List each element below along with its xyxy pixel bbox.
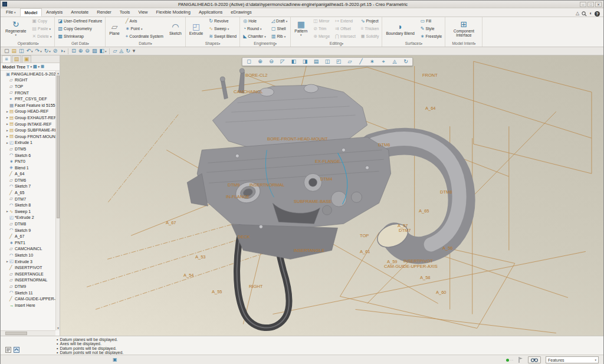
view-manager-button[interactable]: ▤	[311, 58, 321, 65]
scrollbar-thumb[interactable]	[57, 76, 60, 218]
tree-item-extrude-3[interactable]: ▸◰Extrude 3	[1, 258, 55, 265]
tree-filter-icon[interactable]: T	[27, 65, 29, 69]
regenerate-button[interactable]: ↻Regenerate▾	[4, 19, 28, 38]
options-icon[interactable]: ◐	[589, 11, 592, 17]
tree-item-blend-1[interactable]: ◈Blend 1	[1, 165, 55, 171]
csys-display-button[interactable]: ⌖	[378, 58, 389, 65]
help-icon[interactable]: ?	[595, 11, 600, 17]
tree-item-camchaincl[interactable]: ▱CAMCHAINCL	[1, 246, 55, 252]
datum-label-top[interactable]: TOP	[360, 233, 369, 238]
axis-display-button[interactable]: ╱	[356, 58, 366, 65]
spin-center-button[interactable]: ↻	[124, 48, 132, 54]
zoom-region-button[interactable]: ◻	[244, 58, 254, 65]
point-display-button[interactable]: ∗	[367, 58, 378, 65]
component-interface-button[interactable]: ⊞Component Interface	[447, 19, 480, 38]
tree-item-prt-csys-def[interactable]: ⌖PRT_CSYS_DEF	[1, 96, 55, 102]
extend-button[interactable]: ↦Extend	[334, 18, 357, 25]
refit-button[interactable]: ⊡	[70, 48, 77, 54]
scroll-down-icon[interactable]: ▼	[56, 326, 60, 330]
datum-label-ex-flange[interactable]: EX-FLANGE	[315, 159, 340, 164]
tree-item-group-intake-ref[interactable]: ▸▤Group INTAKE-REF	[1, 121, 55, 127]
saved-orientations-button[interactable]: ◫	[322, 58, 333, 65]
coordinate-system-button[interactable]: ⌖Coordinate System	[124, 33, 165, 40]
extrude-button[interactable]: ◰Extrude	[188, 22, 205, 36]
datum-label-a-60[interactable]: A_60	[436, 290, 447, 295]
undo-button[interactable]: ↶▾	[25, 48, 34, 54]
tree-item-a-67[interactable]: ╱A_67	[1, 233, 55, 240]
section-button[interactable]: ◨	[300, 58, 310, 65]
datum-label-insertangle[interactable]: INSERTANGLE	[294, 248, 324, 253]
message-expand-icon[interactable]	[14, 347, 19, 353]
command-search-icon[interactable]	[582, 11, 587, 17]
copy-geometry-button[interactable]: ▧Copy Geometry	[57, 25, 103, 32]
annotation-display-button[interactable]: ◬	[389, 58, 400, 65]
offset-button[interactable]: ⇉Offset	[334, 25, 357, 32]
save-button[interactable]: ◫	[18, 48, 25, 54]
tab-file[interactable]: File▾	[2, 8, 20, 17]
tab-flexible-modeling[interactable]: Flexible Modeling	[152, 8, 195, 17]
tree-item-sketch-9[interactable]: ◠Sketch 9	[1, 227, 55, 234]
tab-annotate[interactable]: Annotate	[67, 8, 93, 17]
scrollbar-thumb[interactable]	[5, 332, 27, 335]
datum-label-front[interactable]: FRONT	[422, 73, 438, 78]
group-label-model-intent[interactable]: Model Intent▾	[447, 40, 480, 47]
expander-icon[interactable]: ▸	[5, 122, 9, 126]
expander-icon[interactable]: ▸	[5, 209, 9, 213]
tree-item-dtm8[interactable]: ▱DTM8	[1, 221, 55, 227]
datum-label-a-55[interactable]: A_55	[212, 289, 222, 294]
tab-edrawings[interactable]: eDrawings	[226, 8, 255, 17]
group-label-surfaces[interactable]: Surfaces▾	[384, 40, 443, 47]
tab-view[interactable]: View	[134, 8, 152, 17]
selection-filter-select[interactable]: Features ▾	[546, 356, 599, 363]
measure-button[interactable]: ⊘	[52, 48, 59, 54]
zoom-out-button[interactable]: ⊖	[266, 58, 277, 65]
tree-item-front[interactable]: ▱FRONT	[1, 90, 55, 96]
tree-item-sketch-6[interactable]: ◠Sketch 6	[1, 152, 55, 159]
graphics-viewport[interactable]: ◻⊕⊖◸◧◨▤◫◰▱╱∗⌖◬↻ BORE-CL2FRONTCAMCHAINCLA…	[60, 55, 603, 336]
tab-render[interactable]: Render	[93, 8, 116, 17]
find-tool-button[interactable]	[528, 356, 541, 363]
tree-item-group-subframe-ref[interactable]: ▸▤Group SUBFRAME-REF	[1, 127, 55, 133]
tree-item-facet-feature-id-5155[interactable]: ▦Facet Feature id 5155	[1, 102, 55, 109]
tree-settings-icon[interactable]: ▤	[33, 64, 37, 69]
minimize-ribbon-icon[interactable]: △	[576, 11, 579, 17]
tree-item-insertangle[interactable]: ▱INSERTANGLE	[1, 271, 55, 277]
datum-label-cam-guide-upper-axis[interactable]: CAM-GUIDE-UPPER-AXIS	[384, 264, 438, 269]
tree-item-insertnormal[interactable]: ▱INSERTNORMAL	[1, 277, 55, 284]
tree-item-sketch-10[interactable]: ◠Sketch 10	[1, 252, 55, 258]
merge-button[interactable]: ⊕Merge	[312, 33, 331, 40]
freestyle-button[interactable]: ∗Freestyle	[419, 33, 444, 40]
scroll-up-icon[interactable]: ▲	[56, 71, 60, 76]
maximize-button[interactable]: □	[587, 2, 594, 7]
tab-model[interactable]: Model	[20, 8, 42, 17]
appearance-button[interactable]: ◑▾	[58, 48, 66, 54]
plane-display-button[interactable]: ▱	[344, 58, 355, 65]
datum-label-right[interactable]: RIGHT	[249, 284, 262, 289]
tab-tools[interactable]: Tools	[116, 8, 134, 17]
redo-button[interactable]: ↷▾	[34, 48, 43, 54]
boundary-blend-button[interactable]: ◗Boundary Blend	[384, 22, 416, 36]
zoom-out-button[interactable]: ⊖	[84, 48, 91, 54]
tree-item-pnt0[interactable]: ∗PNT0	[1, 158, 55, 165]
chamfer-button[interactable]: ◣Chamfer▾	[242, 33, 267, 40]
zoom-in-button[interactable]: ⊕	[255, 58, 265, 65]
tree-item-right[interactable]: ▱RIGHT	[1, 77, 55, 84]
draft-button[interactable]: ◿Draft▾	[270, 18, 288, 25]
datum-label-bore-cl2[interactable]: BORE-CL2	[245, 73, 268, 78]
tree-item-dtm7[interactable]: ▱DTM7	[1, 196, 55, 202]
flag-icon[interactable]	[518, 357, 523, 363]
copy-button[interactable]: ▣Copy	[31, 18, 53, 25]
tree-item-panigalihead1-9-2020-p[interactable]: ▣PANIGALIHEAD1-9-2020.P	[1, 71, 55, 77]
regenerate-button[interactable]: ↻▾	[43, 48, 52, 54]
datum-label-dtm6[interactable]: DTM6	[378, 142, 390, 147]
point-button[interactable]: ∗Point▾	[124, 25, 165, 32]
datum-label-bore-front-head-mount[interactable]: BORE-FRONT-HEAD-MOUNT	[267, 136, 328, 142]
tab-applications[interactable]: Applications	[195, 8, 226, 17]
tree-item-group-head-ref[interactable]: ▸▤Group HEAD-REF	[1, 109, 55, 115]
datum-label-a-56[interactable]: A_56	[442, 245, 453, 251]
tree-item-pnt1[interactable]: ∗PNT1	[1, 240, 55, 246]
tree-item-a-64[interactable]: ╱A_64	[1, 171, 55, 178]
solidify-button[interactable]: ◼Solidify	[360, 33, 380, 40]
rib-button[interactable]: ▥Rib▾	[270, 33, 288, 40]
tree-item-sketch-7[interactable]: ◠Sketch 7	[1, 183, 55, 190]
